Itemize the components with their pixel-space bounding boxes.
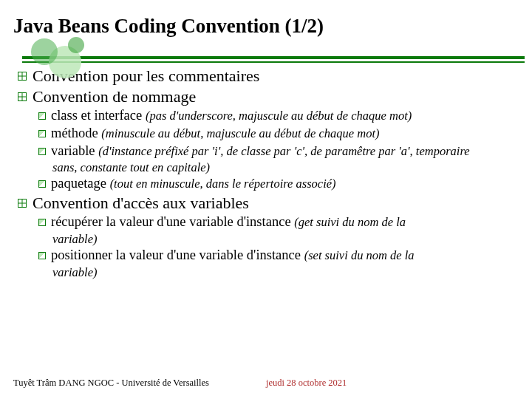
item-note-continuation: variable): [52, 231, 519, 247]
footer-author: Tuyêt Trâm DANG NGOC - Université de Ver…: [13, 378, 266, 389]
bullet-icon: [38, 252, 46, 259]
list-item: Convention pour les commentaires: [18, 66, 519, 86]
list-item: class et interface (pas d'underscore, ma…: [38, 107, 519, 125]
slide-title: Java Beans Coding Convention (1/2): [13, 15, 519, 38]
item-text: récupérer la valeur d'une variable d'ins…: [51, 214, 519, 231]
bullet-icon: [38, 219, 46, 226]
bullet-icon: [18, 92, 27, 101]
item-text: Convention pour les commentaires: [33, 66, 519, 86]
content-area: Convention pour les commentaires Convent…: [13, 66, 519, 280]
item-text: Convention de nommage: [33, 86, 519, 107]
list-item: variable (d'instance préfixé par 'i', de…: [38, 143, 519, 160]
item-text: Convention d'accès aux variables: [33, 193, 519, 214]
item-note-continuation: sans, constante tout en capitale): [52, 160, 519, 175]
footer: Tuyêt Trâm DANG NGOC - Université de Ver…: [13, 378, 519, 389]
bullet-icon: [38, 112, 46, 120]
item-text: positionner la valeur d'une variable d'i…: [51, 247, 519, 265]
item-text: paquetage (tout en minuscule, dans le ré…: [51, 175, 519, 193]
item-text: variable (d'instance préfixé par 'i', de…: [51, 143, 519, 160]
list-item: récupérer la valeur d'une variable d'ins…: [38, 214, 519, 231]
item-text: class et interface (pas d'underscore, ma…: [51, 107, 519, 125]
title-rule: [22, 56, 525, 63]
bullet-icon: [38, 130, 46, 137]
item-text: méthode (minuscule au début, majuscule a…: [51, 125, 519, 143]
bullet-icon: [38, 180, 46, 188]
list-item: méthode (minuscule au début, majuscule a…: [38, 125, 519, 143]
bullet-icon: [18, 72, 27, 81]
list-item: positionner la valeur d'une variable d'i…: [38, 247, 519, 265]
bullet-icon: [38, 148, 46, 155]
footer-date: jeudi 28 octobre 2021: [266, 378, 347, 389]
list-item: Convention d'accès aux variables: [18, 193, 519, 214]
bullet-icon: [18, 199, 27, 208]
item-note-continuation: variable): [52, 265, 519, 280]
list-item: Convention de nommage: [18, 86, 519, 107]
list-item: paquetage (tout en minuscule, dans le ré…: [38, 175, 519, 193]
